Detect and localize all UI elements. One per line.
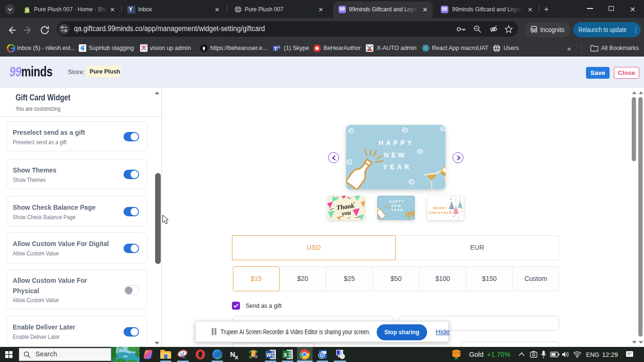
svg-text:YEAR: YEAR (391, 208, 404, 212)
svg-text:O: O (320, 353, 324, 358)
svg-text:YEAR: YEAR (383, 163, 412, 171)
svg-text:MERRY: MERRY (433, 206, 447, 210)
svg-text:S: S (26, 8, 29, 13)
svg-text:NEW: NEW (391, 204, 401, 207)
svg-text:CHRISTMAS: CHRISTMAS (429, 211, 452, 214)
svg-text:x: x (235, 354, 239, 360)
svg-text:HAPPY: HAPPY (389, 200, 405, 203)
svg-text:you: you (340, 209, 351, 217)
svg-text:HAPPY: HAPPY (379, 139, 414, 147)
svg-text:X: X (284, 352, 288, 358)
svg-text:W: W (266, 352, 272, 358)
svg-text:NEW: NEW (384, 151, 407, 159)
